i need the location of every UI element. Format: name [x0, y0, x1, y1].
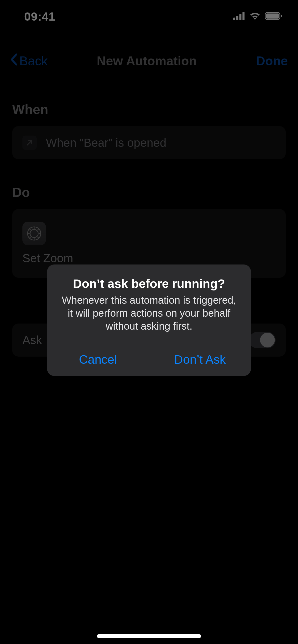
home-indicator[interactable] [97, 634, 201, 638]
alert-message: Whenever this automation is triggered, i… [58, 294, 240, 333]
dont-ask-button[interactable]: Don’t Ask [149, 343, 251, 376]
alert-title: Don’t ask before running? [58, 277, 240, 291]
confirmation-alert: Don’t ask before running? Whenever this … [47, 265, 251, 376]
cancel-button[interactable]: Cancel [47, 343, 149, 376]
alert-overlay: Don’t ask before running? Whenever this … [0, 0, 298, 644]
